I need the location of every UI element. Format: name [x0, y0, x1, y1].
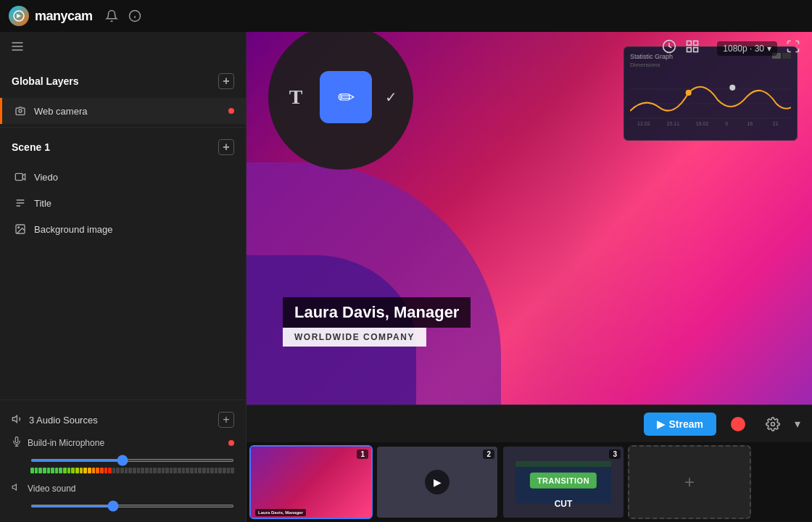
svg-point-10: [18, 227, 20, 228]
camera-icon: [14, 104, 27, 117]
clock-icon[interactable]: [662, 39, 676, 57]
scene-2-bg: ▶: [377, 447, 497, 518]
resolution-chevron: ▾: [767, 44, 771, 54]
audio-add-button[interactable]: +: [218, 412, 234, 428]
mic-volume-slider[interactable]: [30, 459, 234, 462]
resolution-text: 1080p · 30: [723, 44, 764, 54]
svg-text:15.11: 15.11: [666, 121, 679, 126]
sidebar-item-background-image[interactable]: Background image: [0, 216, 246, 242]
settings-button[interactable]: [760, 411, 786, 437]
record-dot: [731, 417, 745, 431]
name-tag-company: WORLDWIDE COMPANY: [283, 328, 426, 347]
main-layout: Global Layers + Web camera Scene 1 + Vie…: [0, 32, 812, 522]
global-layers-label: Global Layers: [12, 75, 79, 87]
svg-marker-11: [12, 415, 17, 422]
global-layers-header: Global Layers +: [0, 65, 246, 98]
stats-graph-subtitle: Dimensions: [630, 62, 791, 68]
viedo-label: Viedo: [34, 172, 58, 183]
bell-icon[interactable]: [104, 9, 119, 23]
draw-tool-button[interactable]: ✏: [320, 71, 372, 123]
scene-add-button[interactable]: +: [218, 139, 234, 155]
title-label: Title: [34, 198, 51, 209]
record-button[interactable]: [725, 411, 751, 437]
scene-2-play-btn: ▶: [425, 470, 450, 494]
svg-point-18: [686, 90, 692, 96]
bottom-bar: ▶ Stream ▾: [246, 405, 812, 442]
check-icon: ✓: [385, 88, 397, 106]
stats-chart-svg: 12.02 15.11 18.02 0 16 21: [630, 71, 791, 129]
mic-label: Build-in Microphone: [28, 438, 104, 448]
video-sound-label: Video sound: [28, 484, 76, 494]
video-sound-item-top: Video sound: [12, 482, 234, 494]
audio-header: 3 Audio Sources +: [0, 407, 246, 432]
hamburger-icon[interactable]: [10, 39, 25, 57]
video-sound-slider[interactable]: [30, 505, 234, 508]
transition-label: TRANSITION: [530, 473, 597, 489]
tool-circle-inner: T ✏ ✓: [278, 71, 404, 123]
sidebar-item-viedo[interactable]: Viedo: [0, 164, 246, 190]
add-scene-plus-icon: +: [684, 472, 695, 492]
svg-point-31: [771, 422, 775, 426]
video-icon: [14, 170, 27, 183]
top-bar: manycam: [0, 0, 812, 32]
stream-button-label: Stream: [669, 418, 703, 430]
name-tag: Laura Davis, Manager WORLDWIDE COMPANY: [283, 297, 471, 347]
info-icon[interactable]: [128, 9, 142, 23]
logo-area: manycam: [9, 6, 93, 26]
speaker2-icon: [12, 482, 22, 494]
global-layers-add-button[interactable]: +: [218, 73, 234, 89]
svg-text:0: 0: [725, 121, 728, 126]
audio-section: 3 Audio Sources + Build-in Microphone: [0, 399, 246, 522]
name-tag-name: Laura Davis, Manager: [283, 297, 471, 328]
svg-rect-30: [694, 48, 698, 52]
scene-3-bg: TRANSITION CUT: [503, 447, 624, 518]
confirm-tool-button[interactable]: ✓: [378, 84, 404, 110]
content-area: Statistic Graph Dimensions: [246, 32, 812, 522]
svg-point-7: [19, 109, 22, 112]
mic-level-meter: [30, 468, 234, 473]
svg-point-19: [729, 85, 735, 91]
sidebar-item-title[interactable]: Title: [0, 190, 246, 216]
scene-2-badge: 2: [483, 450, 494, 459]
stats-graph-overlay: Statistic Graph Dimensions: [624, 46, 798, 141]
sidebar: Global Layers + Web camera Scene 1 + Vie…: [0, 32, 246, 522]
svg-marker-14: [12, 484, 16, 490]
stream-play-icon: ▶: [657, 418, 665, 430]
svg-rect-29: [687, 48, 692, 52]
background-image-label: Background image: [34, 224, 112, 235]
title-text-icon: [14, 196, 27, 210]
speaker-icon: [12, 413, 23, 427]
sidebar-item-web-camera[interactable]: Web camera: [0, 98, 246, 124]
scene-thumb-1[interactable]: Laura Davis, Manager 1: [249, 445, 373, 519]
scene-thumb-3[interactable]: TRANSITION CUT 3: [502, 445, 625, 519]
text-tool-button[interactable]: T: [278, 79, 314, 115]
mic-active-dot: [228, 440, 234, 446]
audio-item-microphone: Build-in Microphone: [0, 432, 246, 478]
resolution-badge[interactable]: 1080p · 30 ▾: [717, 41, 777, 56]
app-logo-icon: [9, 6, 29, 26]
scene-label: Scene 1: [12, 141, 50, 153]
svg-text:18.02: 18.02: [696, 121, 709, 126]
bottom-bar-chevron[interactable]: ▾: [795, 417, 800, 431]
scene-header: Scene 1 +: [0, 130, 246, 164]
audio-item-video-sound: Video sound: [0, 478, 246, 515]
scene-1-bg: Laura Davis, Manager: [251, 447, 371, 518]
svg-rect-8: [15, 173, 22, 180]
stream-button[interactable]: ▶ Stream: [644, 413, 716, 436]
audio-sources-label: 3 Audio Sources: [29, 415, 98, 426]
add-scene-button[interactable]: +: [628, 445, 751, 519]
bottom-section: ▶ Stream ▾: [246, 405, 812, 522]
svg-text:16: 16: [747, 121, 753, 126]
grid-icon[interactable]: [685, 39, 700, 57]
active-dot: [228, 108, 234, 114]
image-icon: [14, 223, 27, 236]
draw-pencil-icon: ✏: [338, 86, 355, 109]
svg-rect-28: [694, 41, 698, 46]
mic-item-top: Build-in Microphone: [12, 436, 234, 449]
scene-thumb-2[interactable]: ▶ 2: [376, 445, 499, 519]
fullscreen-button[interactable]: [786, 39, 800, 57]
svg-text:21: 21: [773, 121, 779, 126]
mic-icon: [12, 436, 22, 449]
web-camera-label: Web camera: [34, 106, 87, 117]
cut-label: CUT: [555, 499, 573, 509]
